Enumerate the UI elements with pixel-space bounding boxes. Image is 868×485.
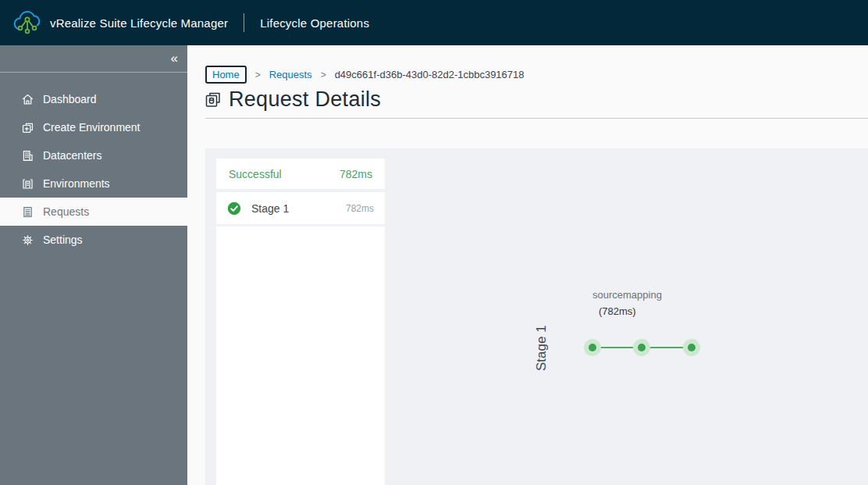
title-divider xyxy=(205,118,868,119)
sidebar-collapse-icon[interactable]: « xyxy=(171,50,178,67)
request-details-icon xyxy=(204,91,222,109)
breadcrumb-separator-icon: > xyxy=(321,70,326,80)
stage-name: Stage 1 xyxy=(251,202,346,215)
sidebar-top: « xyxy=(0,45,187,73)
task-name: sourcemapping xyxy=(592,287,662,303)
graph-task-label: sourcemapping (782ms) xyxy=(592,287,662,319)
app-window: vRealize Suite Lifecycle Manager Lifecyc… xyxy=(0,0,868,485)
gear-icon xyxy=(21,234,34,247)
success-check-icon xyxy=(227,201,241,216)
graph-stage-label: Stage 1 xyxy=(534,317,551,380)
sidebar-item-label: Settings xyxy=(43,234,83,246)
sidebar-item-settings[interactable]: Settings xyxy=(0,226,187,254)
stages-summary-header[interactable]: Successful 782ms xyxy=(216,159,385,189)
page-title-row: Request Details xyxy=(204,87,381,112)
sidebar-item-dashboard[interactable]: Dashboard xyxy=(0,85,187,113)
datacenter-icon xyxy=(21,149,34,162)
sidebar-item-requests[interactable]: Requests xyxy=(0,198,187,226)
breadcrumb: Home > Requests > d49c661f-d36b-43d0-82d… xyxy=(205,66,525,84)
sidebar-item-label: Dashboard xyxy=(43,93,97,105)
sidebar-item-label: Environments xyxy=(43,177,110,190)
stage-list-item[interactable]: Stage 1 782ms xyxy=(216,192,385,224)
sidebar-item-label: Create Environment xyxy=(43,121,141,134)
graph-node-start[interactable] xyxy=(584,339,601,356)
environment-icon xyxy=(21,177,34,191)
task-duration: (782ms) xyxy=(592,303,662,319)
sidebar-item-create-environment[interactable]: Create Environment xyxy=(0,113,187,141)
page-title: Request Details xyxy=(229,87,381,112)
sidebar-item-environments[interactable]: Environments xyxy=(0,169,187,198)
stages-card-filler xyxy=(216,226,385,485)
module-title: Lifecycle Operations xyxy=(260,16,369,30)
breadcrumb-separator-icon: > xyxy=(255,70,261,80)
home-icon xyxy=(21,93,34,106)
stage-duration: 782ms xyxy=(346,203,374,214)
sidebar-item-label: Datacenters xyxy=(43,149,101,162)
request-status-text: Successful xyxy=(229,168,282,180)
create-environment-icon xyxy=(21,121,34,134)
graph-node-end[interactable] xyxy=(683,339,700,356)
sidebar: « Dashboard Create Environment Datacente… xyxy=(0,45,187,485)
breadcrumb-requests-link[interactable]: Requests xyxy=(269,69,312,80)
product-title: vRealize Suite Lifecycle Manager xyxy=(50,16,228,30)
top-header-bar: vRealize Suite Lifecycle Manager Lifecyc… xyxy=(0,0,868,45)
breadcrumb-request-id: d49c661f-d36b-43d0-82d2-1cbbc3916718 xyxy=(335,69,525,80)
stages-card: Successful 782ms Stage 1 782ms xyxy=(216,159,385,485)
header-divider xyxy=(244,13,244,32)
sidebar-item-label: Requests xyxy=(43,205,89,218)
sidebar-nav: Dashboard Create Environment Datacenters… xyxy=(0,85,187,254)
request-total-duration: 782ms xyxy=(340,168,372,180)
breadcrumb-home-link[interactable]: Home xyxy=(205,66,247,84)
graph-node-task[interactable] xyxy=(633,339,650,356)
sidebar-item-datacenters[interactable]: Datacenters xyxy=(0,141,187,169)
vrealize-logo-icon xyxy=(11,8,44,37)
requests-icon xyxy=(21,205,34,219)
